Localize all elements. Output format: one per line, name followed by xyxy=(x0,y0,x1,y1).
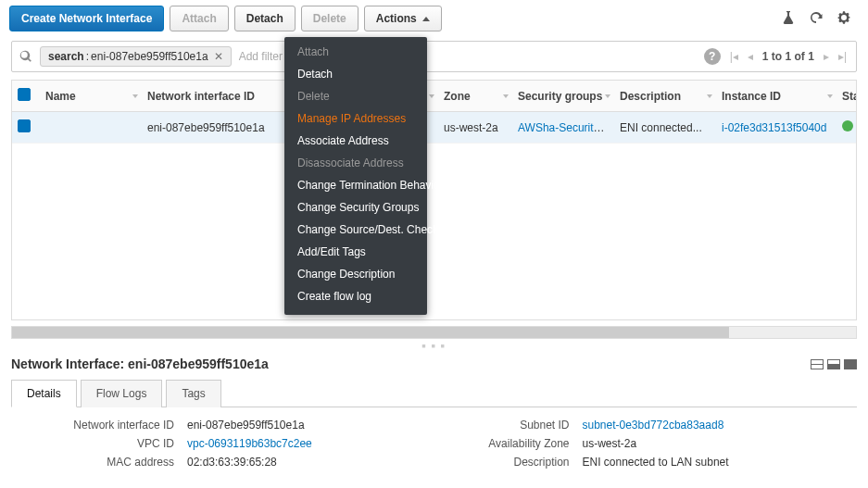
status-dot-icon xyxy=(842,120,853,131)
menu-disassociate-address: Disassociate Address xyxy=(284,152,427,174)
actions-button[interactable]: Actions xyxy=(364,6,442,31)
help-icon[interactable]: ? xyxy=(704,48,721,65)
details-title: Network Interface: eni-087ebe959ff510e1a xyxy=(11,357,269,371)
menu-add-edit-tags[interactable]: Add/Edit Tags xyxy=(284,241,427,263)
layout-full-icon[interactable] xyxy=(844,359,857,369)
page-first-icon: |◂ xyxy=(730,50,738,63)
gear-icon[interactable] xyxy=(837,10,851,28)
flask-icon[interactable] xyxy=(781,10,796,28)
menu-delete: Delete xyxy=(284,85,427,107)
pane-drag-handle[interactable]: ■ ■ ■ xyxy=(0,343,868,349)
menu-change-security-groups[interactable]: Change Security Groups xyxy=(284,196,427,219)
menu-change-source-dest[interactable]: Change Source/Dest. Check xyxy=(284,219,427,241)
value-vpc[interactable]: vpc-0693119b63bc7c2ee xyxy=(187,437,434,450)
menu-create-flow-log[interactable]: Create flow log xyxy=(284,285,427,307)
col-status[interactable]: Sta xyxy=(837,81,857,112)
caret-up-icon xyxy=(422,17,430,21)
filter-pill-value: eni-087ebe959ff510e1a xyxy=(91,50,208,63)
cell-desc: ENI connected... xyxy=(614,112,716,144)
table-row[interactable]: eni-087ebe959ff510e1a 0693119b... us-wes… xyxy=(12,112,857,144)
col-instance[interactable]: Instance ID xyxy=(716,81,837,112)
layout-icons xyxy=(811,359,857,369)
menu-attach: Attach xyxy=(284,41,427,63)
value-az: us-west-2a xyxy=(583,437,830,450)
menu-associate-address[interactable]: Associate Address xyxy=(284,130,427,152)
col-zone[interactable]: Zone xyxy=(438,81,512,112)
pager-text: 1 to 1 of 1 xyxy=(762,50,814,63)
delete-button: Delete xyxy=(301,6,359,31)
value-mac: 02:d3:63:39:65:28 xyxy=(187,456,434,469)
value-eni: eni-087ebe959ff510e1a xyxy=(187,419,434,432)
eni-table: Name Network interface ID ID Zone Securi… xyxy=(11,80,857,320)
scrollbar-thumb[interactable] xyxy=(12,327,729,338)
filter-right: ? |◂ ◂ 1 to 1 of 1 ▸ ▸| xyxy=(704,48,856,65)
value-subnet[interactable]: subnet-0e3bd772cba83aad8 xyxy=(583,419,830,432)
search-icon xyxy=(12,50,40,63)
label-subnet: Subnet ID xyxy=(434,419,583,432)
cell-zone: us-west-2a xyxy=(438,112,512,144)
details-grid: Network interface ID eni-087ebe959ff510e… xyxy=(11,407,857,469)
cell-name xyxy=(40,112,142,144)
add-filter-input[interactable]: Add filter xyxy=(237,50,283,63)
refresh-icon[interactable] xyxy=(809,10,824,28)
col-desc[interactable]: Description xyxy=(614,81,716,112)
detach-button[interactable]: Detach xyxy=(234,6,296,31)
actions-button-label: Actions xyxy=(376,12,417,25)
horizontal-scrollbar[interactable] xyxy=(11,326,857,339)
select-all-checkbox[interactable] xyxy=(18,88,31,101)
layout-split-icon[interactable] xyxy=(811,359,824,369)
label-vpc: VPC ID xyxy=(39,437,187,450)
attach-button: Attach xyxy=(170,6,228,31)
details-tabs: Details Flow Logs Tags xyxy=(11,379,857,407)
row-checkbox[interactable] xyxy=(18,119,31,132)
menu-detach[interactable]: Detach xyxy=(284,63,427,85)
col-name[interactable]: Name xyxy=(40,81,142,112)
tab-tags[interactable]: Tags xyxy=(166,380,220,407)
menu-change-description[interactable]: Change Description xyxy=(284,263,427,285)
top-right-icons xyxy=(781,10,859,28)
details-pane: Network Interface: eni-087ebe959ff510e1a… xyxy=(0,353,868,469)
page-prev-icon: ◂ xyxy=(748,50,753,63)
actions-dropdown-menu: Attach Detach Delete Manage IP Addresses… xyxy=(284,37,427,315)
value-desc: ENI connected to LAN subnet xyxy=(583,456,830,469)
menu-change-termination[interactable]: Change Termination Behavior xyxy=(284,174,427,196)
layout-bottom-icon[interactable] xyxy=(827,359,840,369)
label-mac: MAC address xyxy=(39,456,187,469)
remove-filter-icon[interactable]: ✕ xyxy=(214,50,223,63)
cell-sg[interactable]: AWSha-SecurityGr... xyxy=(512,112,614,144)
cell-status xyxy=(837,112,857,144)
menu-manage-ip-addresses[interactable]: Manage IP Addresses xyxy=(284,107,427,130)
filter-pill-key: search xyxy=(48,50,84,63)
page-next-icon: ▸ xyxy=(824,50,829,63)
page-last-icon: ▸| xyxy=(838,50,847,63)
label-az: Availability Zone xyxy=(434,437,583,450)
label-desc: Description xyxy=(434,456,583,469)
col-sg[interactable]: Security groups xyxy=(512,81,614,112)
toolbar: Create Network Interface Attach Detach D… xyxy=(0,0,868,41)
create-network-interface-button[interactable]: Create Network Interface xyxy=(9,6,164,31)
tab-flow-logs[interactable]: Flow Logs xyxy=(81,380,163,407)
cell-instance[interactable]: i-02fe3d31513f5040d xyxy=(716,112,837,144)
search-filter-pill[interactable]: search : eni-087ebe959ff510e1a ✕ xyxy=(40,46,232,67)
filter-bar: search : eni-087ebe959ff510e1a ✕ Add fil… xyxy=(11,41,857,72)
label-eni: Network interface ID xyxy=(39,419,187,432)
tab-details[interactable]: Details xyxy=(11,380,77,407)
